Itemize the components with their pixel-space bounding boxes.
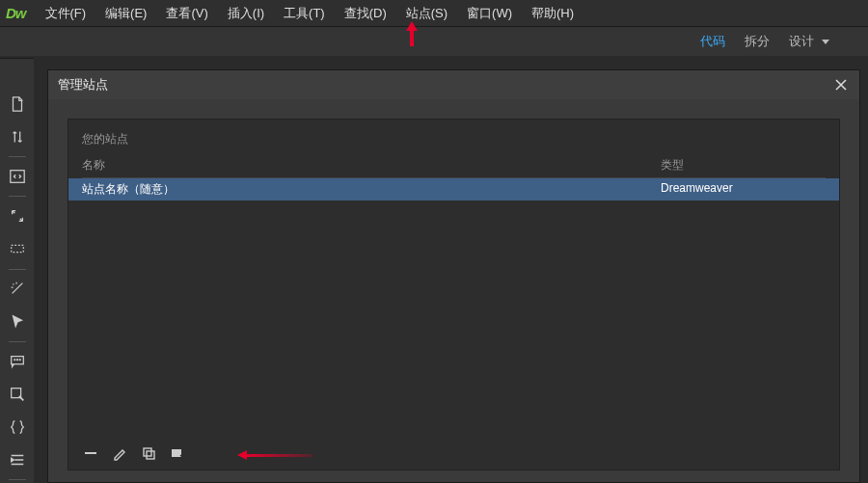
arrows-updown-icon[interactable]	[7, 128, 28, 146]
svg-point-3	[14, 359, 14, 360]
menu-help[interactable]: 帮助(H)	[522, 1, 583, 26]
indent-icon[interactable]	[7, 451, 28, 469]
export-site-icon[interactable]	[169, 444, 186, 462]
sites-panel: 您的站点 名称 类型 站点名称（随意） Dreamweaver	[68, 119, 840, 470]
view-tab-design[interactable]: 设计	[789, 33, 829, 50]
braces-icon[interactable]	[7, 418, 28, 436]
dialog-titlebar: 管理站点	[48, 70, 859, 99]
dialog-body: 您的站点 名称 类型 站点名称（随意） Dreamweaver	[48, 99, 859, 482]
view-tab-design-label: 设计	[789, 34, 814, 48]
inspect-icon[interactable]	[7, 386, 28, 403]
column-headers: 名称 类型	[82, 157, 826, 178]
view-tab-code[interactable]: 代码	[700, 33, 725, 50]
expand-tag-icon[interactable]	[7, 207, 28, 225]
svg-point-4	[16, 359, 17, 360]
svg-rect-7	[144, 448, 151, 456]
view-toolbar: 代码 拆分 设计	[0, 27, 868, 56]
manage-sites-dialog: 管理站点 您的站点 名称 类型 站点名称（随意） Dreamweaver	[47, 69, 860, 483]
dialog-title: 管理站点	[58, 76, 108, 94]
menu-bar: Dw 文件(F) 编辑(E) 查看(V) 插入(I) 工具(T) 查找(D) 站…	[0, 0, 868, 27]
svg-point-5	[19, 359, 20, 360]
edit-site-icon[interactable]	[111, 444, 128, 462]
menu-window[interactable]: 窗口(W)	[457, 1, 522, 26]
menu-tools[interactable]: 工具(T)	[274, 1, 335, 26]
svg-rect-0	[10, 171, 23, 183]
menu-find[interactable]: 查找(D)	[335, 1, 396, 26]
cursor-arrow-icon[interactable]	[7, 313, 28, 331]
wand-icon[interactable]	[7, 280, 28, 297]
svg-rect-1	[11, 246, 23, 253]
duplicate-site-icon[interactable]	[140, 444, 157, 462]
site-actions	[82, 444, 186, 462]
site-row-type: Dreamweaver	[661, 181, 826, 198]
left-toolbar	[0, 58, 34, 483]
annotation-arrow-left	[237, 450, 312, 460]
chevron-down-icon	[822, 40, 829, 44]
app-logo: Dw	[6, 5, 26, 21]
site-row-name: 站点名称（随意）	[82, 181, 661, 198]
comment-icon[interactable]	[7, 353, 28, 370]
your-sites-label: 您的站点	[82, 131, 826, 148]
column-header-type[interactable]: 类型	[661, 157, 826, 174]
column-header-name[interactable]: 名称	[82, 157, 661, 174]
site-row[interactable]: 站点名称（随意） Dreamweaver	[68, 178, 839, 201]
svg-rect-8	[147, 451, 154, 459]
menu-edit[interactable]: 编辑(E)	[95, 1, 156, 26]
remove-site-icon[interactable]	[82, 444, 99, 462]
menu-file[interactable]: 文件(F)	[36, 1, 96, 26]
close-icon[interactable]	[832, 76, 850, 94]
menu-site[interactable]: 站点(S)	[396, 1, 457, 26]
new-file-icon[interactable]	[7, 95, 28, 113]
select-dashed-icon[interactable]	[7, 240, 28, 257]
svg-rect-9	[172, 449, 181, 457]
code-brackets-icon[interactable]	[7, 168, 28, 185]
view-tab-split[interactable]: 拆分	[745, 33, 770, 50]
menu-insert[interactable]: 插入(I)	[218, 1, 274, 26]
menu-view[interactable]: 查看(V)	[156, 1, 217, 26]
